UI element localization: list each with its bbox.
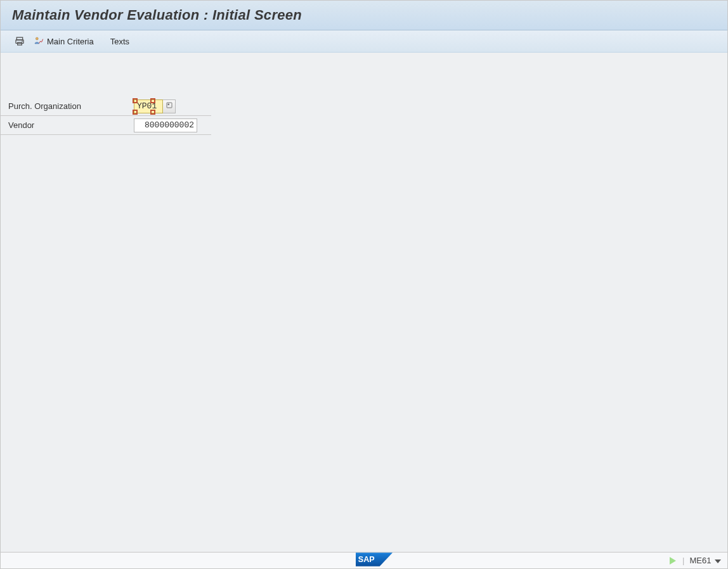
play-icon[interactable] xyxy=(670,557,676,565)
vendor-row: Vendor xyxy=(1,116,211,135)
purch-org-input[interactable] xyxy=(134,99,163,113)
status-separator: | xyxy=(682,556,684,565)
texts-label: Texts xyxy=(110,37,129,46)
page-title: Maintain Vendor Evaluation : Initial Scr… xyxy=(12,7,716,23)
title-bar: Maintain Vendor Evaluation : Initial Scr… xyxy=(1,1,727,30)
print-icon xyxy=(14,35,25,47)
user-chart-icon xyxy=(33,35,44,47)
status-bar: SAP | ME61 xyxy=(1,552,727,568)
svg-rect-6 xyxy=(167,104,169,106)
purch-org-label: Purch. Organization xyxy=(1,101,134,111)
sap-logo: SAP xyxy=(356,553,393,568)
transaction-code: ME61 xyxy=(689,556,711,565)
print-button[interactable] xyxy=(12,34,27,48)
vendor-label: Vendor xyxy=(1,120,134,130)
main-criteria-button[interactable]: Main Criteria xyxy=(32,34,100,48)
status-right: | ME61 xyxy=(670,556,721,565)
app-frame: Maintain Vendor Evaluation : Initial Scr… xyxy=(1,1,727,568)
content-area: Purch. Organization Vend xyxy=(1,53,727,552)
texts-button[interactable]: Texts xyxy=(105,34,135,48)
chevron-down-icon xyxy=(715,559,721,563)
main-criteria-label: Main Criteria xyxy=(47,37,94,46)
vendor-field-wrap xyxy=(134,118,197,132)
search-help-icon xyxy=(166,101,173,111)
purch-org-field-wrap xyxy=(134,99,176,113)
vendor-input[interactable] xyxy=(134,118,197,132)
toolbar: Main Criteria Texts xyxy=(1,30,727,53)
svg-point-3 xyxy=(22,41,23,42)
transaction-code-dropdown[interactable]: ME61 xyxy=(689,556,721,565)
svg-point-4 xyxy=(36,37,38,40)
purch-org-search-help-button[interactable] xyxy=(163,99,176,113)
purch-org-row: Purch. Organization xyxy=(1,97,211,116)
svg-text:SAP: SAP xyxy=(358,555,374,564)
